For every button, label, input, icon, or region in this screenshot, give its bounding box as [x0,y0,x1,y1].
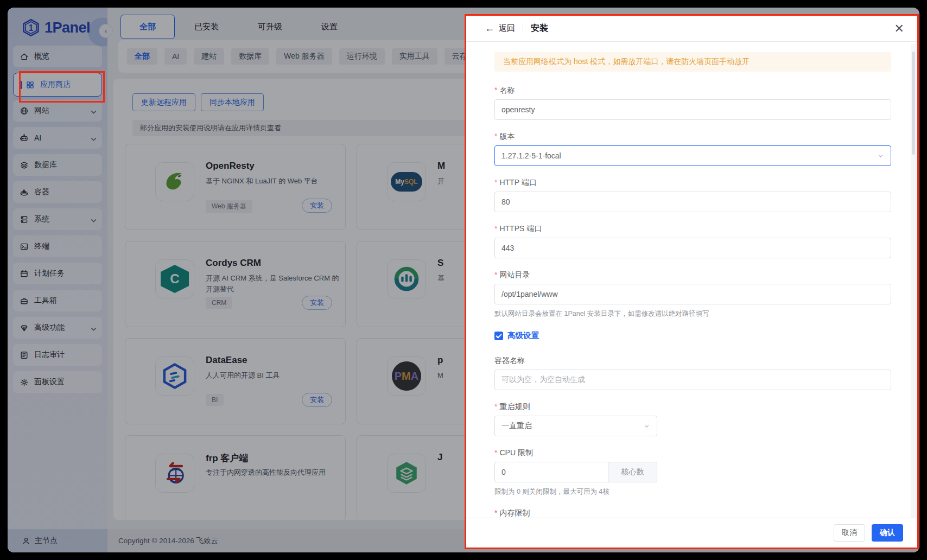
field-label: 名称 [494,86,891,96]
chevron-down-icon [643,423,650,430]
field-value: openresty [501,105,535,114]
field-value: 1.27.1.2-5-1-focal [501,151,561,160]
scrollbar-thumb[interactable] [912,52,915,155]
cancel-button[interactable]: 取消 [834,524,865,542]
field-value: /opt/1panel/www [501,290,558,298]
field-unit: 核心数 [608,462,657,482]
checkbox-label: 高级设置 [507,330,539,341]
header-divider [523,24,523,33]
network-mode-warning: 当前应用网络模式为 host 模式，如需放开端口，请在防火墙页面手动放开 [494,52,891,72]
screenshot-frame: 1 1Panel ‹ 概览应用商店网站AI数据库容器系统终端计划任务工具箱高级功… [0,0,927,560]
input-HTTP 端口[interactable]: 80 [494,192,891,212]
field-label: 重启规则 [494,402,891,412]
back-arrow-icon[interactable]: ← [485,23,494,34]
field-内存限制: 内存限制 [494,508,891,518]
annotation-box-app-store [19,71,105,103]
field-HTTPS 端口: HTTPS 端口443 [494,224,891,258]
drawer-scrollbar [911,44,916,546]
input-网站目录[interactable]: /opt/1panel/www [494,284,891,304]
field-label: 内存限制 [494,508,891,518]
confirm-button[interactable]: 确认 [872,524,903,542]
install-drawer: ← 返回 安装 ✕ 当前应用网络模式为 host 模式，如需放开端口，请在防火墙… [465,14,919,549]
input-容器名称[interactable]: 可以为空，为空自动生成 [494,370,891,390]
field-label: 容器名称 [494,356,891,366]
field-hint: 默认网站目录会放置在 1Panel 安装目录下，如需修改请以绝对路径填写 [494,309,891,319]
form-fields: 名称openresty版本1.27.1.2-5-1-focalHTTP 端口80… [494,86,891,518]
field-label: 网站目录 [494,270,891,280]
back-button[interactable]: 返回 [499,23,515,34]
select-重启规则[interactable]: 一直重启 [494,416,657,436]
field-版本: 版本1.27.1.2-5-1-focal [494,132,891,166]
field-value: 一直重启 [501,421,532,431]
field-名称: 名称openresty [494,86,891,120]
field-hint: 限制为 0 则关闭限制，最大可用为 4核 [494,487,891,497]
field-label: HTTP 端口 [494,178,891,188]
input-HTTPS 端口[interactable]: 443 [494,238,891,258]
field-value: 80 [501,198,510,206]
drawer-title: 安装 [531,23,548,34]
field-placeholder: 可以为空，为空自动生成 [501,375,585,385]
install-form: 当前应用网络模式为 host 模式，如需放开端口，请在防火墙页面手动放开 名称o… [466,42,917,518]
input-group-CPU 限制[interactable]: 0核心数 [494,462,657,482]
field-容器名称: 容器名称可以为空，为空自动生成 [494,356,891,390]
field-CPU 限制: CPU 限制0核心数限制为 0 则关闭限制，最大可用为 4核 [494,448,891,497]
field-重启规则: 重启规则一直重启 [494,402,891,436]
chevron-down-icon [877,152,884,160]
field-value: 0 [495,462,608,482]
drawer-footer: 取消 确认 [466,518,917,548]
field-label: 版本 [494,132,891,142]
field-HTTP 端口: HTTP 端口80 [494,178,891,212]
field-label: CPU 限制 [494,448,891,458]
checkbox-checked-icon [494,332,503,340]
advanced-settings-checkbox[interactable]: 高级设置 [494,330,891,341]
drawer-header: ← 返回 安装 ✕ [466,16,917,42]
field-value: 443 [501,244,514,252]
select-版本[interactable]: 1.27.1.2-5-1-focal [494,145,891,166]
close-icon[interactable]: ✕ [894,23,904,35]
field-网站目录: 网站目录/opt/1panel/www默认网站目录会放置在 1Panel 安装目… [494,270,891,319]
app-window: 1 1Panel ‹ 概览应用商店网站AI数据库容器系统终端计划任务工具箱高级功… [8,8,919,552]
field-label: HTTPS 端口 [494,224,891,234]
input-名称[interactable]: openresty [494,99,891,120]
